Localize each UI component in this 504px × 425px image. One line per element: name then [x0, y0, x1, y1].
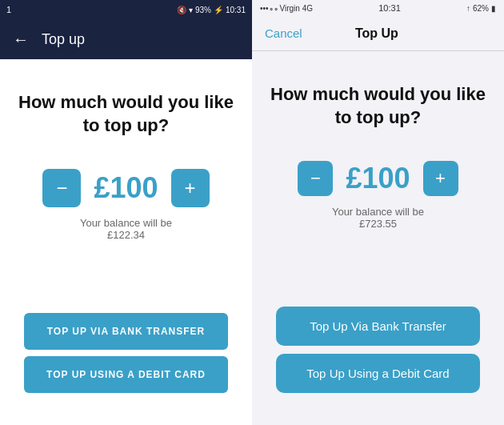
ios-nav-title: Top Up — [355, 26, 398, 41]
battery-level: 62% — [473, 4, 489, 13]
ios-content: How much would you like to top up? − £10… — [252, 51, 504, 425]
ios-increment-button[interactable]: + — [423, 161, 458, 196]
location-arrow: ↑ — [466, 4, 470, 13]
battery-icon: ▮ — [491, 4, 496, 13]
back-button[interactable]: ← — [13, 30, 29, 49]
amount-control: − £100 + — [42, 169, 209, 207]
decrement-button[interactable]: − — [42, 169, 81, 207]
amount-display: £100 — [94, 171, 158, 205]
cancel-button[interactable]: Cancel — [265, 26, 302, 40]
balance-info: Your balance will be £122.34 — [80, 217, 172, 241]
android-content: How much would you like to top up? − £10… — [0, 59, 252, 425]
debit-card-button[interactable]: TOP UP USING A DEBIT CARD — [24, 356, 228, 393]
time-android: 10:31 — [226, 6, 246, 14]
carrier: Virgin 4G — [280, 4, 314, 13]
question-heading: How much would you like to top up? — [16, 91, 236, 137]
android-status-bar: 1 🔇 ▾ 93% ⚡ 10:31 — [0, 0, 252, 19]
signal-dots: •••∘∘ — [260, 4, 278, 13]
ios-bank-transfer-button[interactable]: Top Up Via Bank Transfer — [276, 307, 480, 346]
battery-icon: ⚡ — [214, 6, 223, 14]
signal-strength: 93% — [195, 6, 211, 14]
mute-icon: 🔇 — [177, 6, 186, 14]
bank-transfer-button[interactable]: TOP UP VIA BANK TRANSFER — [24, 313, 228, 350]
ios-battery: ↑ 62% ▮ — [466, 4, 496, 13]
android-nav-bar: ← Top up — [0, 19, 252, 59]
android-signal-area: 🔇 ▾ 93% ⚡ 10:31 — [177, 6, 246, 14]
ios-signal: •••∘∘ Virgin 4G — [260, 4, 313, 13]
ios-status-bar: •••∘∘ Virgin 4G 10:31 ↑ 62% ▮ — [252, 0, 504, 16]
ios-time: 10:31 — [378, 3, 401, 13]
wifi-icon: ▾ — [189, 6, 193, 14]
ios-debit-card-button[interactable]: Top Up Using a Debit Card — [276, 354, 480, 393]
android-status-left: 1 — [6, 5, 11, 14]
ios-nav-bar: Cancel Top Up — [252, 16, 504, 51]
ios-amount-control: − £100 + — [298, 161, 458, 196]
ios-screen: •••∘∘ Virgin 4G 10:31 ↑ 62% ▮ Cancel Top… — [252, 0, 504, 425]
android-nav-title: Top up — [42, 31, 85, 48]
android-screen: 1 🔇 ▾ 93% ⚡ 10:31 ← Top up How much woul… — [0, 0, 252, 425]
ios-amount-display: £100 — [346, 162, 410, 195]
increment-button[interactable]: + — [171, 169, 210, 207]
action-buttons: TOP UP VIA BANK TRANSFER TOP UP USING A … — [16, 313, 236, 409]
ios-action-buttons: Top Up Via Bank Transfer Top Up Using a … — [268, 307, 488, 409]
ios-balance-info: Your balance will be£723.55 — [332, 206, 424, 230]
ios-decrement-button[interactable]: − — [298, 161, 333, 196]
ios-question-heading: How much would you like to top up? — [268, 83, 488, 129]
